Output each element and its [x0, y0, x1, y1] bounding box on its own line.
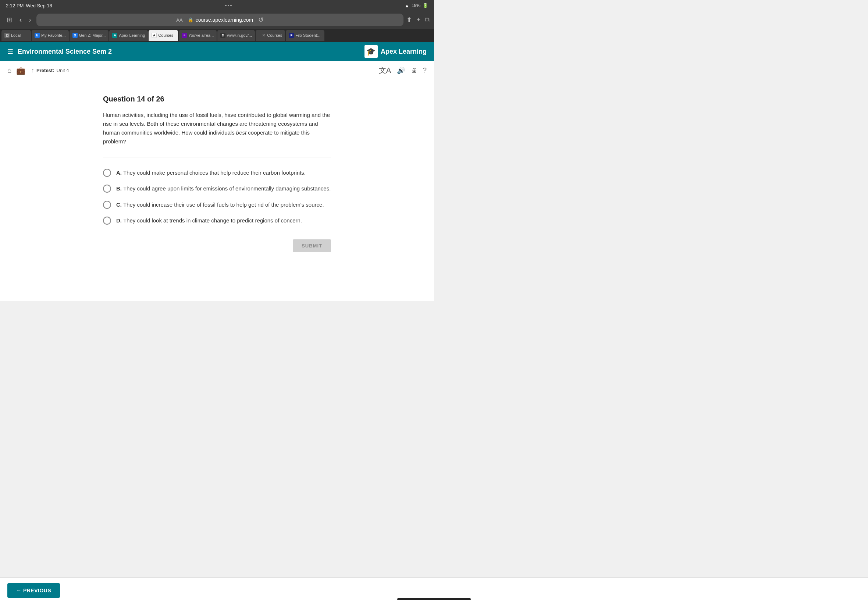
- tab-label-courses-a: Courses: [158, 33, 173, 37]
- tab-favicon-ingov: D: [220, 33, 226, 38]
- sidebar-toggle-button[interactable]: ⊞: [5, 14, 14, 25]
- tab-courses-b[interactable]: ✕ Courses: [255, 30, 285, 41]
- course-header-left: ☰ Environmental Science Sem 2: [7, 48, 112, 56]
- tab-genz[interactable]: B Gen Z: Major...: [70, 30, 109, 41]
- home-icon[interactable]: ⌂: [7, 66, 12, 75]
- tab-label-courses-b: Courses: [267, 33, 282, 37]
- tab-apexlearning[interactable]: A Apex Learning: [109, 30, 148, 41]
- option-b-label: B. They could agree upon limits for emis…: [116, 184, 331, 193]
- status-time: 2:12 PM Wed Sep 18: [6, 3, 52, 8]
- option-d-letter: D.: [116, 217, 122, 224]
- tab-label-apex: Apex Learning: [119, 33, 145, 37]
- tab-favicon-youve: ≡: [182, 33, 187, 38]
- tab-label-local: Local: [11, 33, 21, 37]
- help-icon[interactable]: ?: [423, 66, 427, 74]
- answer-options: A. They could make personal choices that…: [103, 169, 331, 225]
- browser-actions: ⬆ + ⧉: [407, 16, 430, 24]
- url-text: course.apexlearning.com: [196, 17, 253, 23]
- translate-icon[interactable]: 文A: [379, 65, 391, 76]
- tab-ingov[interactable]: D www.in.gov/...: [217, 30, 255, 41]
- option-d-label: D. They could look at trends in climate …: [116, 216, 302, 225]
- pretest-label: Pretest:: [36, 68, 54, 73]
- hamburger-menu-icon[interactable]: ☰: [7, 48, 13, 56]
- option-b-letter: B.: [116, 185, 122, 192]
- address-bar[interactable]: AA 🔒 course.apexlearning.com ↺: [36, 14, 404, 26]
- close-icon[interactable]: ✕: [262, 33, 266, 38]
- question-divider: [103, 157, 331, 158]
- tab-local[interactable]: ◻ Local: [2, 30, 31, 41]
- up-arrow-icon: ↑: [31, 67, 34, 74]
- toolbar: ⌂ 💼 ↑ Pretest: Unit 4 文A 🔊 🖨 ?: [0, 61, 434, 80]
- toolbar-right: 文A 🔊 🖨 ?: [379, 65, 427, 76]
- status-right: ▲ 19% 🔋: [405, 3, 428, 8]
- browser-tab-bar: ◻ Local b My Favorite... B Gen Z: Major.…: [0, 29, 434, 42]
- question-text-italic: best: [236, 130, 246, 136]
- main-content: Question 14 of 26 Human activities, incl…: [0, 80, 434, 301]
- option-d[interactable]: D. They could look at trends in climate …: [103, 216, 331, 225]
- tab-favicon-apex: A: [112, 33, 117, 38]
- share-icon[interactable]: ⬆: [407, 16, 412, 24]
- tab-favicon-genz: B: [73, 33, 77, 38]
- apex-logo-text: Apex Learning: [381, 48, 427, 56]
- tab-label-genz: Gen Z: Major...: [79, 33, 106, 37]
- question-number: Question 14 of 26: [103, 95, 331, 103]
- tab-favorite[interactable]: b My Favorite...: [32, 30, 69, 41]
- tab-label-youve: You've alrea...: [188, 33, 214, 37]
- back-button[interactable]: ‹: [17, 15, 24, 25]
- dot1: [225, 5, 227, 6]
- browser-nav-bar: ⊞ ‹ › AA 🔒 course.apexlearning.com ↺ ⬆ +…: [0, 11, 434, 29]
- option-a[interactable]: A. They could make personal choices that…: [103, 169, 331, 177]
- question-text: Human activities, including the use of f…: [103, 111, 331, 146]
- option-c-label: C. They could increase their use of foss…: [116, 200, 324, 209]
- course-header: ☰ Environmental Science Sem 2 🎓 Apex Lea…: [0, 42, 434, 61]
- date: Wed Sep 18: [26, 3, 52, 8]
- status-bar: 2:12 PM Wed Sep 18 ▲ 19% 🔋: [0, 0, 434, 11]
- unit-label: Unit 4: [57, 68, 69, 73]
- option-a-letter: A.: [116, 170, 122, 176]
- battery-level: 19%: [412, 3, 420, 8]
- audio-icon[interactable]: 🔊: [397, 66, 405, 75]
- question-container: Question 14 of 26 Human activities, incl…: [96, 95, 338, 252]
- tab-label-ingov: www.in.gov/...: [227, 33, 252, 37]
- tab-favicon-local: ◻: [5, 33, 9, 38]
- toolbar-nav: ↑ Pretest: Unit 4: [31, 67, 69, 74]
- tabs-icon[interactable]: ⧉: [425, 16, 430, 24]
- radio-d[interactable]: [103, 216, 111, 225]
- tab-label-filo: Filo Student:...: [296, 33, 322, 37]
- forward-button[interactable]: ›: [27, 15, 34, 25]
- tab-favicon-favorite: b: [34, 33, 40, 38]
- time: 2:12 PM: [6, 3, 23, 8]
- course-title: Environmental Science Sem 2: [18, 48, 112, 56]
- tab-favicon-courses-a: A: [152, 33, 157, 38]
- wifi-icon: ▲: [405, 3, 409, 8]
- apex-logo: 🎓 Apex Learning: [365, 45, 427, 58]
- radio-a[interactable]: [103, 169, 111, 177]
- tab-filo[interactable]: F Filo Student:...: [286, 30, 324, 41]
- option-c[interactable]: C. They could increase their use of foss…: [103, 200, 331, 209]
- new-tab-icon[interactable]: +: [416, 16, 420, 24]
- tab-label-favorite: My Favorite...: [41, 33, 66, 37]
- toolbar-left: ⌂ 💼: [7, 66, 25, 75]
- option-b[interactable]: B. They could agree upon limits for emis…: [103, 184, 331, 193]
- radio-b[interactable]: [103, 185, 111, 193]
- status-center: [225, 5, 232, 6]
- option-c-letter: C.: [116, 201, 122, 208]
- option-a-label: A. They could make personal choices that…: [116, 169, 306, 177]
- apex-logo-icon: 🎓: [365, 45, 378, 58]
- tab-courses-active[interactable]: A Courses: [149, 30, 178, 41]
- dot2: [227, 5, 229, 6]
- aa-label[interactable]: AA: [176, 17, 183, 23]
- lock-icon: 🔒: [188, 17, 193, 22]
- tab-favicon-filo: F: [289, 33, 294, 38]
- briefcase-icon[interactable]: 💼: [16, 66, 25, 75]
- radio-c[interactable]: [103, 201, 111, 209]
- dot3: [230, 5, 232, 6]
- reload-button[interactable]: ↺: [258, 16, 264, 24]
- battery-icon: 🔋: [422, 3, 428, 8]
- print-icon[interactable]: 🖨: [411, 67, 417, 74]
- submit-area: SUBMIT: [103, 240, 331, 252]
- tab-youve[interactable]: ≡ You've alrea...: [179, 30, 217, 41]
- submit-button[interactable]: SUBMIT: [293, 240, 331, 252]
